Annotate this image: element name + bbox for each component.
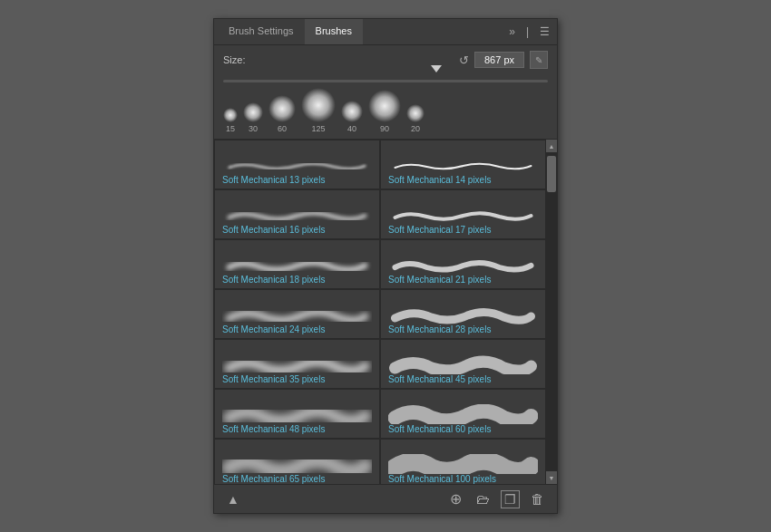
brush-settings-tab-label: Brush Settings [229,25,294,36]
scrollbar: ▲ ▼ [546,140,557,484]
brush-name-7: Soft Mechanical 28 pixels [388,324,538,334]
brush-name-13: Soft Mechanical 100 pixels [388,474,538,484]
brush-name-6: Soft Mechanical 24 pixels [222,324,372,334]
divider: | [522,24,532,40]
brush-presets-row: 15 30 60 125 40 90 20 [214,86,557,140]
brush-circle-5 [368,90,401,122]
brush-stroke-11 [388,404,538,424]
brush-stroke-13 [388,454,538,474]
brush-preset-label-0: 15 [226,124,235,133]
brush-name-4: Soft Mechanical 18 pixels [222,275,372,285]
size-slider-track[interactable] [223,80,548,82]
brush-item-1[interactable]: Soft Mechanical 14 pixels [380,140,546,189]
brush-name-11: Soft Mechanical 60 pixels [388,424,538,434]
brush-stroke-8 [222,354,372,374]
brush-stroke-4 [222,255,372,275]
brush-preset-4[interactable]: 40 [341,101,363,133]
brush-stroke-2 [222,205,372,225]
new-brush-icon[interactable]: ▲ [223,490,243,508]
size-row: Size: ↺ ✎ [214,45,557,73]
brush-circle-1 [243,102,263,122]
brush-item-7[interactable]: Soft Mechanical 28 pixels [380,289,546,339]
brush-stroke-12 [222,454,372,474]
brush-stroke-10 [222,404,372,424]
scrollbar-track[interactable] [546,152,557,471]
brush-stroke-5 [388,255,538,275]
brush-preset-6[interactable]: 20 [406,104,425,133]
brush-stroke-1 [388,155,538,175]
brush-list-container: Soft Mechanical 13 pixels Soft Mechanica… [214,140,557,484]
size-reset-icon[interactable]: ↺ [459,53,469,67]
brush-item-10[interactable]: Soft Mechanical 48 pixels [214,389,380,439]
brush-preset-0[interactable]: 15 [223,108,238,133]
brush-item-2[interactable]: Soft Mechanical 16 pixels [214,189,380,239]
brush-item-6[interactable]: Soft Mechanical 24 pixels [214,289,380,339]
brush-item-4[interactable]: Soft Mechanical 18 pixels [214,239,380,289]
brush-item-9[interactable]: Soft Mechanical 45 pixels [380,339,546,389]
scrollbar-thumb[interactable] [547,156,556,192]
tab-actions: » | ☰ [505,24,553,40]
brush-preset-label-5: 90 [380,124,389,133]
brush-item-8[interactable]: Soft Mechanical 35 pixels [214,339,380,389]
open-folder-icon[interactable]: 🗁 [473,489,493,508]
brush-name-0: Soft Mechanical 13 pixels [222,175,372,185]
brush-name-10: Soft Mechanical 48 pixels [222,424,372,434]
edit-icon[interactable]: ✎ [530,51,548,69]
brush-name-9: Soft Mechanical 45 pixels [388,374,538,384]
brush-stroke-6 [222,305,372,324]
brush-circle-2 [268,95,296,122]
tab-brushes[interactable]: Brushes [305,19,363,44]
brush-preset-label-1: 30 [249,124,258,133]
brush-circle-6 [406,104,425,122]
brush-preset-3[interactable]: 125 [301,88,336,133]
brush-name-3: Soft Mechanical 17 pixels [388,225,538,235]
brush-item-11[interactable]: Soft Mechanical 60 pixels [380,389,546,439]
slider-thumb[interactable] [431,65,442,73]
slider-row [214,80,557,86]
brush-item-5[interactable]: Soft Mechanical 21 pixels [380,239,546,289]
brush-circle-3 [301,88,336,122]
brush-name-8: Soft Mechanical 35 pixels [222,374,372,384]
brush-item-13[interactable]: Soft Mechanical 100 pixels [380,439,546,484]
scroll-down-button[interactable]: ▼ [546,471,557,484]
delete-icon[interactable]: 🗑 [527,489,548,508]
brush-stroke-9 [388,354,538,374]
size-input[interactable] [474,52,524,68]
duplicate-icon[interactable]: ❐ [501,490,520,508]
tab-bar: Brush Settings Brushes » | ☰ [214,19,557,45]
brush-circle-0 [223,108,238,122]
size-label: Size: [223,54,245,65]
brush-name-5: Soft Mechanical 21 pixels [388,275,538,285]
paint-bucket-icon[interactable]: ⊕ [446,488,465,509]
pencil-icon: ✎ [535,55,542,65]
brush-preset-label-3: 125 [311,124,325,133]
brush-name-2: Soft Mechanical 16 pixels [222,225,372,235]
brush-preset-label-6: 20 [411,124,420,133]
bottom-toolbar: ▲ ⊕ 🗁 ❐ 🗑 [214,484,557,513]
brush-item-12[interactable]: Soft Mechanical 65 pixels [214,439,380,484]
brush-grid: Soft Mechanical 13 pixels Soft Mechanica… [214,140,546,484]
brush-stroke-7 [388,305,538,324]
brush-stroke-3 [388,205,538,225]
brush-circle-4 [341,101,363,122]
menu-icon[interactable]: ☰ [536,24,553,40]
brush-list: Soft Mechanical 13 pixels Soft Mechanica… [214,140,546,484]
brush-preset-1[interactable]: 30 [243,102,263,133]
brush-preset-5[interactable]: 90 [368,90,401,133]
brush-item-3[interactable]: Soft Mechanical 17 pixels [380,189,546,239]
brush-preset-2[interactable]: 60 [268,95,296,133]
scroll-up-button[interactable]: ▲ [546,140,557,152]
brush-name-1: Soft Mechanical 14 pixels [388,175,538,185]
tab-brush-settings[interactable]: Brush Settings [218,19,305,44]
brushes-panel: Brush Settings Brushes » | ☰ Size: ↺ ✎ 1… [213,18,558,514]
brush-item-0[interactable]: Soft Mechanical 13 pixels [214,140,380,189]
expand-icon[interactable]: » [505,24,519,40]
brush-name-12: Soft Mechanical 65 pixels [222,474,372,484]
brush-stroke-0 [222,155,372,175]
brushes-tab-label: Brushes [316,25,352,36]
brush-preset-label-2: 60 [278,124,287,133]
brush-preset-label-4: 40 [347,124,356,133]
